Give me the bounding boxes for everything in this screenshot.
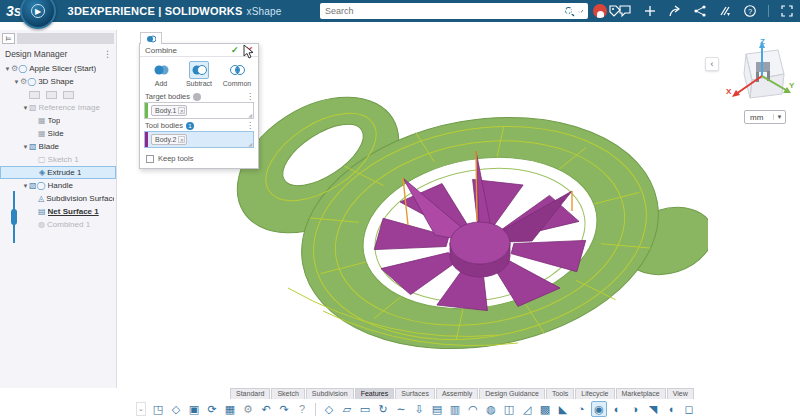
tab-subdivision[interactable]: Subdivision [306,388,354,399]
model-viewport[interactable] [228,83,708,351]
user-name[interactable]: Dan DESIGNER [515,6,582,16]
tree-item-apple-slicer-start-[interactable]: ▼⚙◯Apple Slicer (Start) [0,62,116,75]
tree-tab-icon[interactable]: ⊨ [2,33,15,44]
keep-tools-label: Keep tools [158,154,193,163]
wrap-icon[interactable]: ◔ [573,401,589,417]
sync-icon[interactable]: ⟳ [204,401,220,417]
add-button[interactable]: Add [143,61,179,87]
revolve-icon[interactable]: ↻ [375,401,391,417]
units-chevron-icon: ▼ [773,114,785,120]
delete-body-icon[interactable]: ◻ [681,401,697,417]
subtract-button[interactable]: Subtract [181,61,217,87]
fillet-icon[interactable]: ◠ [465,401,481,417]
tree-item-handle[interactable]: ▼▧◯Handle [0,179,116,192]
save-icon[interactable]: ▣ [186,401,202,417]
ok-button[interactable]: ✓ [231,45,239,55]
mouse-cursor [243,44,255,60]
dome-icon[interactable]: ◖ [663,401,679,417]
dialog-title: Combine [145,46,231,55]
tab-assembly[interactable]: Assembly [436,388,478,399]
plus-icon[interactable] [643,4,657,18]
sweep-icon[interactable]: ∼ [393,401,409,417]
chat-bubble-icon[interactable] [618,4,632,18]
redo-icon[interactable]: ↷ [276,401,292,417]
view-triad[interactable]: Z X Y [722,36,796,108]
import-image-icon[interactable]: ▦ [222,401,238,417]
thicken-icon[interactable]: ▤ [429,401,445,417]
tool-options-icon[interactable]: ⋮ [246,121,254,130]
trim-icon[interactable]: ◣ [555,401,571,417]
target-bodies-field[interactable]: Body.1✕ ◢ [144,102,254,119]
shell-icon[interactable]: ◍ [483,401,499,417]
fullscreen-icon[interactable] [780,4,794,18]
undo-icon[interactable]: ↶ [258,401,274,417]
panel-tab[interactable] [17,33,114,44]
tree-item-reference-image[interactable]: ▼▧Reference Image [0,101,116,114]
compass-icon[interactable]: ▶ [20,0,56,29]
tab-surfaces[interactable]: Surfaces [395,388,435,399]
mirror-icon[interactable]: ◫ [501,401,517,417]
tab-features[interactable]: Features [355,388,395,399]
root-icon: ⚙ [11,64,18,74]
pattern-icon[interactable]: ▩ [537,401,553,417]
shortcut-icon[interactable] [29,91,40,99]
extrude-cut-icon[interactable]: ⇩ [411,401,427,417]
blade-hub[interactable] [450,222,510,277]
tree-item-label: Reference Image [39,103,100,112]
app-title: 3DEXPERIENCE | SOLIDWORKSxShape [68,5,282,17]
tree-item-net-surface-1[interactable]: ▤Net Surface 1 [0,205,116,218]
offset-icon[interactable]: ▥ [447,401,463,417]
tool-bodies-field[interactable]: Body.2✕ ◢ [144,131,254,148]
help-icon[interactable]: ? [743,4,757,18]
tab-sketch[interactable]: Sketch [271,388,304,399]
settings-gear-icon[interactable]: ⚙ [240,401,256,417]
new-part-icon[interactable]: ◇ [168,401,184,417]
dialog-tab[interactable] [140,32,162,44]
tree-shortcut-icons[interactable] [0,88,116,101]
collapse-panel-button[interactable]: ‹ [705,57,719,71]
shortcut-icon[interactable] [63,91,74,99]
rollback-bar[interactable] [13,191,15,243]
panel-menu-icon[interactable]: ⋮ [103,51,112,57]
tree-item-sketch-1[interactable]: ▢Sketch 1 [0,153,116,166]
sketch-gesture-icon[interactable] [718,4,732,18]
common-button[interactable]: Common [219,61,255,87]
tree-item-subdivision-surface-1[interactable]: ◬Subdivision Surface 1 [0,192,116,205]
target-body-chip[interactable]: Body.1✕ [151,105,187,116]
tab-lifecycle[interactable]: Lifecycle [575,388,614,399]
units-dropdown[interactable]: mm ▼ [744,110,786,124]
keep-tools-checkbox[interactable] [146,155,154,163]
help-icon[interactable]: ? [294,401,310,417]
tree-item-label: Sketch 1 [48,155,79,164]
tab-design-guidance[interactable]: Design Guidance [479,388,545,399]
share-arrow-icon[interactable] [668,4,682,18]
primitive-cube-icon[interactable]: ◇ [321,401,337,417]
share-nodes-icon[interactable] [693,4,707,18]
reference-plane-icon[interactable]: ▱ [339,401,355,417]
user-avatar[interactable] [593,4,607,18]
tree-item-side[interactable]: ▦Side [0,127,116,140]
shortcut-icon[interactable] [46,91,57,99]
split-icon[interactable]: ◐ [609,401,625,417]
export-icon[interactable]: ◳ [150,401,166,417]
combine-icon[interactable]: ◉ [591,401,607,417]
tree-item-3d-shape[interactable]: ▼⚙◯3D Shape [0,75,116,88]
tab-marketplace[interactable]: Marketplace [616,388,666,399]
intersect-icon[interactable]: ◑ [627,401,643,417]
toolbar-collapse-icon[interactable]: ⌄ [136,402,146,416]
tree-item-extrude-1[interactable]: ◈Extrude 1 [0,166,116,179]
box-icon[interactable]: ▭ [357,401,373,417]
tree-item-top[interactable]: ▦Top [0,114,116,127]
tab-standard[interactable]: Standard [230,388,270,399]
tab-view[interactable]: View [667,388,694,399]
feature-tree: ▼⚙◯Apple Slicer (Start)▼⚙◯3D Shape▼▧Refe… [0,62,116,231]
tab-tools[interactable]: Tools [546,388,574,399]
target-options-icon[interactable]: ⋮ [246,92,254,101]
tool-body-chip[interactable]: Body.2✕ [151,134,187,145]
tree-item-blade[interactable]: ▼▧Blade [0,140,116,153]
remove-chip-icon[interactable]: ✕ [178,136,185,143]
draft-icon[interactable]: ◿ [519,401,535,417]
remove-chip-icon[interactable]: ✕ [178,107,185,114]
scale-icon[interactable]: ◥ [645,401,661,417]
tree-item-combined-1[interactable]: ◍Combined 1 [0,218,116,231]
